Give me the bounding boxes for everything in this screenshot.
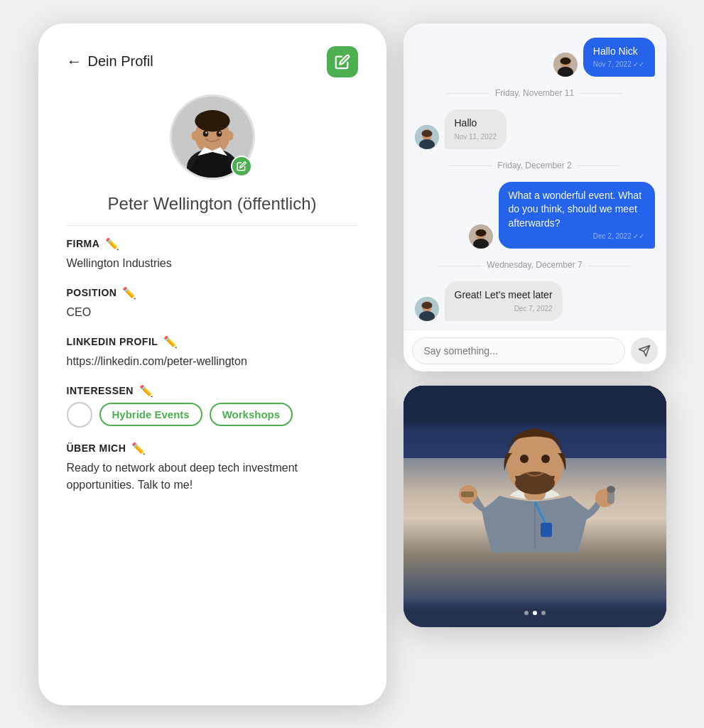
chat-row: Hallo Nick Nov 7, 2022 ✓✓ [415,38,655,77]
svg-point-10 [219,131,221,134]
position-edit-icon[interactable]: ✏️ [122,286,137,300]
divider [67,225,358,226]
linkedin-section: LINKEDIN PROFIL ✏️ https://linkedin.com/… [67,335,358,370]
avatar-wrapper [170,94,255,180]
svg-point-6 [226,131,233,140]
bubble-meta: Nov 11, 2022 [455,132,497,142]
firma-value: Wellington Industries [67,255,358,272]
chat-avatar-self [469,224,493,249]
svg-point-9 [205,131,207,134]
bubble-meta: Dec 2, 2022 ✓✓ [509,232,645,241]
back-arrow-icon: ← [67,53,82,71]
tags-row: Hybride Events Workshops [67,402,358,428]
date-separator: Friday, December 2 [415,161,655,170]
svg-point-32 [520,455,529,463]
bubble-meta: Dec 7, 2022 [455,304,553,314]
chat-avatar-other [415,297,439,321]
back-button[interactable]: ← Dein Profil [67,53,153,71]
chat-messages: Hallo Nick Nov 7, 2022 ✓✓ Friday, Novemb… [404,23,666,330]
chat-row: Great! Let's meet later Dec 7, 2022 [415,281,655,321]
svg-point-17 [421,130,432,137]
svg-rect-40 [541,523,552,537]
position-label: POSITION ✏️ [67,286,358,300]
svg-point-5 [191,131,198,140]
speaker-person [435,418,634,627]
avatar-edit-button[interactable] [231,156,252,177]
video-dot [541,611,546,615]
chat-bubble-received: Great! Let's meet later Dec 7, 2022 [445,281,563,321]
ueber-mich-label: Über mich ✏️ [67,442,358,455]
ueber-mich-value: Ready to network about deep tech investm… [67,460,358,494]
ueber-mich-edit-icon[interactable]: ✏️ [131,442,146,455]
avatar-section [67,94,358,180]
profile-phone: ← Dein Profil [38,23,386,705]
interessen-section: INTERESSEN ✏️ Hybride Events Workshops [67,384,358,428]
tag-workshops[interactable]: Workshops [210,403,293,426]
linkedin-value[interactable]: https://linkedin.com/peter-wellington [67,353,358,370]
chat-avatar-other [415,125,439,149]
svg-point-13 [560,58,570,65]
date-separator: Friday, November 11 [415,88,655,98]
chat-input-row [404,330,666,371]
chat-row: Hallo Nov 11, 2022 [415,109,655,149]
firma-label: FIRMA ✏️ [67,237,358,251]
bubble-text: Hallo Nick [593,45,645,59]
video-top-bar [404,386,666,428]
svg-point-33 [541,455,550,463]
video-dot [524,611,529,615]
firma-edit-icon[interactable]: ✏️ [105,237,120,251]
chat-input[interactable] [412,337,625,364]
profile-title: Dein Profil [88,53,153,70]
chat-bubble-sent: Hallo Nick Nov 7, 2022 ✓✓ [583,38,655,77]
profile-name: Peter Wellington (öffentlich) [67,194,358,214]
position-section: POSITION ✏️ CEO [67,286,358,321]
bubble-meta: Nov 7, 2022 ✓✓ [593,60,645,70]
svg-point-4 [195,110,229,131]
video-bottom-bar [404,599,666,627]
svg-point-21 [475,229,486,237]
interessen-label: INTERESSEN ✏️ [67,384,358,398]
linkedin-edit-icon[interactable]: ✏️ [163,335,178,349]
edit-profile-button[interactable] [327,46,358,77]
send-button[interactable] [631,337,658,364]
svg-rect-37 [607,486,615,493]
svg-point-7 [202,130,208,136]
svg-point-25 [421,302,432,309]
tag-add-circle[interactable] [67,402,92,428]
right-column: Hallo Nick Nov 7, 2022 ✓✓ Friday, Novemb… [404,23,666,628]
firma-section: FIRMA ✏️ Wellington Industries [67,237,358,272]
video-phone [404,386,666,627]
bubble-text: What a wonderful event. What do you thin… [509,189,645,231]
chat-bubble-sent: What a wonderful event. What do you thin… [499,182,655,249]
ueber-mich-section: Über mich ✏️ Ready to network about deep… [67,442,358,494]
svg-point-8 [216,130,222,136]
position-value: CEO [67,304,358,321]
bubble-text: Great! Let's meet later [455,288,553,303]
tag-hybride-events[interactable]: Hybride Events [99,403,202,426]
video-dot-active [533,611,537,615]
chat-row: What a wonderful event. What do you thin… [415,182,655,249]
bubble-text: Hallo [455,116,497,131]
interessen-edit-icon[interactable]: ✏️ [139,384,154,398]
profile-header: ← Dein Profil [67,46,358,77]
linkedin-label: LINKEDIN PROFIL ✏️ [67,335,358,349]
chat-bubble-received: Hallo Nov 11, 2022 [445,109,507,149]
chat-avatar-self [553,53,578,77]
svg-rect-38 [461,491,474,497]
date-separator: Wednesday, December 7 [415,260,655,270]
chat-phone: Hallo Nick Nov 7, 2022 ✓✓ Friday, Novemb… [404,23,666,372]
